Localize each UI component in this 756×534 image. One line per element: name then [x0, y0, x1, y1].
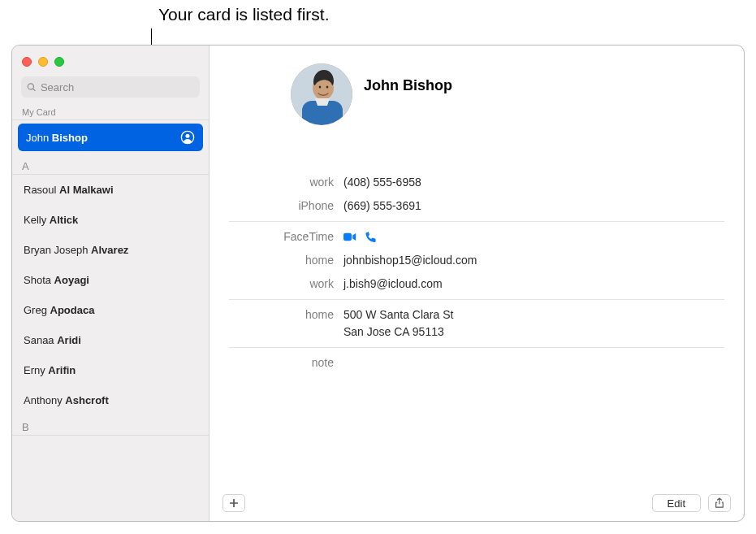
svg-point-7 — [326, 85, 329, 88]
svg-point-6 — [319, 85, 322, 88]
mycard-row[interactable]: John Bishop — [18, 124, 203, 151]
letter-header: B — [12, 415, 209, 436]
contact-row[interactable]: Anthony Ashcroft — [12, 385, 209, 415]
contact-list[interactable]: My Card John Bishop ARasoul Al MalkawiKe… — [12, 102, 209, 521]
facetime-label: FaceTime — [210, 228, 342, 245]
minimize-window-button[interactable] — [38, 57, 48, 67]
avatar[interactable] — [291, 63, 352, 125]
phone-work-value[interactable]: (408) 555-6958 — [342, 174, 421, 191]
app-window: My Card John Bishop ARasoul Al MalkawiKe… — [11, 45, 745, 522]
contact-detail: John Bishop work (408) 555-6958 iPhone (… — [210, 46, 744, 521]
address-home-label: home — [210, 306, 342, 341]
detail-footer: Edit — [210, 485, 744, 521]
note-label: note — [210, 354, 342, 371]
contact-name: Rasoul Al Malkawi — [24, 184, 114, 196]
contact-row[interactable]: Shota Aoyagi — [12, 265, 209, 295]
letter-header: A — [12, 154, 209, 175]
share-icon — [715, 497, 724, 509]
contact-name: Shota Aoyagi — [24, 274, 89, 286]
phone-iphone-label: iPhone — [210, 198, 342, 215]
contact-name: Anthony Ashcroft — [24, 394, 109, 406]
address-home-value[interactable]: 500 W Santa Clara St San Jose CA 95113 — [342, 306, 453, 341]
zoom-window-button[interactable] — [54, 57, 64, 67]
email-work-label: work — [210, 276, 342, 293]
contact-row[interactable]: Greg Apodaca — [12, 295, 209, 325]
separator — [229, 347, 724, 348]
plus-icon — [229, 498, 239, 508]
share-button[interactable] — [708, 494, 731, 512]
window-controls — [12, 46, 209, 70]
edit-button[interactable]: Edit — [652, 494, 701, 512]
note-value[interactable] — [342, 354, 343, 371]
contact-name: John Bishop — [26, 132, 88, 144]
search-icon — [27, 82, 37, 93]
close-window-button[interactable] — [22, 57, 32, 67]
contact-name: Erny Arifin — [24, 364, 76, 376]
contact-row[interactable]: Bryan Joseph Alvarez — [12, 235, 209, 265]
contact-row[interactable]: Sanaa Aridi — [12, 325, 209, 355]
svg-rect-8 — [343, 233, 352, 241]
contact-name: Sanaa Aridi — [24, 334, 81, 346]
contact-name: Greg Apodaca — [24, 304, 94, 316]
mycard-header: My Card — [12, 102, 209, 120]
phone-iphone-value[interactable]: (669) 555-3691 — [342, 198, 421, 215]
add-button[interactable] — [222, 494, 245, 512]
email-home-label: home — [210, 252, 342, 269]
contact-name: Kelly Altick — [24, 214, 78, 226]
callout-text: Your card is listed first. — [158, 5, 329, 24]
contact-row[interactable]: Erny Arifin — [12, 355, 209, 385]
search-field[interactable] — [21, 76, 200, 98]
email-work-value[interactable]: j.bish9@icloud.com — [342, 276, 443, 293]
separator — [229, 299, 724, 300]
contact-row[interactable]: Kelly Altick — [12, 205, 209, 235]
contact-row[interactable]: Rasoul Al Malkawi — [12, 175, 209, 205]
contact-title: John Bishop — [364, 77, 452, 94]
email-home-value[interactable]: johnbishop15@icloud.com — [342, 252, 477, 269]
svg-point-1 — [185, 134, 189, 138]
search-input[interactable] — [41, 81, 194, 93]
separator — [229, 221, 724, 222]
facetime-audio-icon[interactable] — [365, 231, 378, 243]
me-icon — [180, 130, 195, 145]
sidebar: My Card John Bishop ARasoul Al MalkawiKe… — [12, 46, 210, 521]
phone-work-label: work — [210, 174, 342, 191]
facetime-video-icon[interactable] — [343, 231, 356, 243]
contact-name: Bryan Joseph Alvarez — [24, 244, 128, 256]
